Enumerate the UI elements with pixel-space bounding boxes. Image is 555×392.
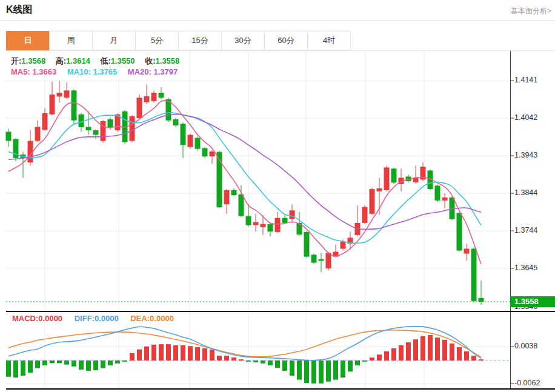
price-tick-5: 1.3744: [514, 226, 537, 234]
ohlc-legend: 开:1.3568 高:1.3614 低:1.3550 收:1.3558: [11, 56, 187, 67]
macd-tick-1: 0.0038: [514, 342, 537, 350]
price-tick-3: 1.3943: [514, 151, 537, 159]
ma-legend: MA5: 1.3663 MA10: 1.3765 MA20: 1.3797: [11, 67, 186, 76]
macd-histogram: [6, 335, 484, 384]
macd-tick-2: -0.0062: [514, 379, 540, 387]
ohlc-close: 收:1.3558: [145, 56, 179, 65]
ma20-legend: MA20: 1.3797: [128, 67, 178, 76]
ohlc-open: 开:1.3568: [11, 56, 45, 65]
ohlc-high: 高:1.3614: [56, 56, 90, 65]
price-tick-4: 1.3844: [514, 188, 537, 197]
ohlc-low: 低:1.3550: [100, 56, 135, 65]
macd-legend: MACD:0.0000 DIFF:0.0000 DEA:0.0000: [12, 314, 184, 323]
gridlines: [6, 51, 510, 388]
kline-app: K线图 基本面分析> 日 周 月 5分 15分 30分 60分 4时 开:1.3…: [0, 0, 555, 392]
candles-layer: [6, 81, 484, 305]
diff-value: DIFF:0.0000: [75, 314, 119, 323]
ma5-legend: MA5: 1.3663: [11, 67, 56, 76]
price-tick-1: 1.4141: [514, 76, 537, 84]
ma10-legend: MA10: 1.3765: [67, 67, 117, 76]
current-price-badge: 1.3558: [510, 296, 555, 307]
dea-value: DEA:0.0000: [130, 314, 174, 323]
price-tick-2: 1.4042: [514, 113, 537, 122]
macd-value: MACD:0.0000: [12, 314, 62, 323]
price-tick-6: 1.3645: [514, 264, 537, 272]
